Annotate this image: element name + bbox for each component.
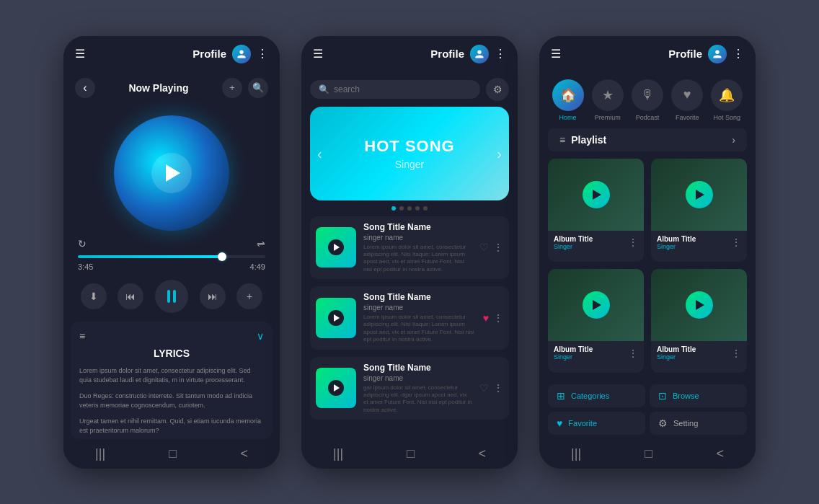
play-button-large[interactable] <box>151 153 192 193</box>
album-title-2: Album Title <box>657 235 696 243</box>
carousel-left-arrow[interactable]: ‹ <box>317 145 322 162</box>
back-button[interactable]: ‹ <box>75 78 95 98</box>
avatar-2[interactable] <box>470 45 489 63</box>
album-play-btn-3[interactable] <box>583 291 610 319</box>
lyrics-text: Lorem ipsum dolor sit amet, consectetur … <box>79 366 264 439</box>
search-input[interactable] <box>334 84 472 94</box>
song-menu-3[interactable]: ⋮ <box>493 382 503 394</box>
home-nav-label: Home <box>559 114 577 121</box>
nav-lines-3[interactable]: ||| <box>571 446 581 461</box>
lyrics-list-icon[interactable]: ≡ <box>79 330 85 342</box>
album-menu-3[interactable]: ⋮ <box>628 348 638 359</box>
settings-button[interactable]: ⚙ <box>486 78 509 101</box>
phones-container: ☰ Profile ⋮ ‹ Now Playing + 🔍 <box>63 36 756 469</box>
song-menu-1[interactable]: ⋮ <box>493 242 503 253</box>
pause-button[interactable] <box>155 280 188 313</box>
progress-bar[interactable] <box>78 255 265 258</box>
now-playing-header: ‹ Now Playing + 🔍 <box>63 72 280 104</box>
nav-hotsong-icon-item[interactable]: 🔔 Hot Song <box>711 79 743 121</box>
dot-5[interactable] <box>423 206 428 211</box>
lyrics-section: ≡ ∨ LYRICS Lorem ipsum dolor sit amet, c… <box>71 322 273 439</box>
nav-back-1[interactable]: < <box>240 446 248 461</box>
download-button[interactable]: ⬇ <box>81 283 107 309</box>
browse-button[interactable]: ⊡ Browse <box>650 384 747 407</box>
hotsong-nav-label: Hot Song <box>714 114 741 121</box>
album-play-btn-4[interactable] <box>686 291 713 319</box>
nav-home-1[interactable]: □ <box>169 446 177 461</box>
dots-icon-1[interactable]: ⋮ <box>257 47 268 61</box>
hamburger-icon-1[interactable]: ☰ <box>75 47 85 61</box>
album-menu-4[interactable]: ⋮ <box>731 348 741 359</box>
nav-home-icon-item[interactable]: 🏠 Home <box>552 79 584 121</box>
song-play-btn-1[interactable] <box>328 239 344 255</box>
lyrics-toggle: ≡ ∨ <box>79 330 264 342</box>
nav-lines-2[interactable]: ||| <box>333 446 343 461</box>
avatar-1[interactable] <box>232 45 251 63</box>
hotsong-icon-circle: 🔔 <box>711 79 743 111</box>
repeat-icon[interactable]: ↻ <box>78 238 87 249</box>
nav-premium-icon-item[interactable]: ★ Premium <box>592 79 624 121</box>
lyrics-chevron[interactable]: ∨ <box>257 330 264 342</box>
dot-2[interactable] <box>399 206 404 211</box>
carousel-right-arrow[interactable]: › <box>497 145 502 162</box>
heart-icon-2[interactable]: ♥ <box>483 312 489 324</box>
avatar-3[interactable] <box>708 45 727 63</box>
album-art-container <box>63 104 280 238</box>
setting-button[interactable]: ⚙ Setting <box>650 412 747 435</box>
hamburger-icon-2[interactable]: ☰ <box>313 47 323 61</box>
album-card-2: Album Title Singer ⋮ <box>651 159 747 262</box>
phone-search: ☰ Profile ⋮ 🔍 ⚙ ‹ HOT SONG Singer <box>301 36 518 469</box>
prev-button[interactable]: ⏮ <box>118 283 143 309</box>
album-singer-1: Singer <box>554 243 593 250</box>
nav-home-3[interactable]: □ <box>645 446 652 461</box>
favorite-button[interactable]: ♥ Favorite <box>548 412 645 435</box>
nav-podcast-icon-item[interactable]: 🎙 Podcast <box>632 79 663 121</box>
album-menu-1[interactable]: ⋮ <box>628 236 638 248</box>
next-button[interactable]: ⏭ <box>200 283 226 309</box>
dots-icon-3[interactable]: ⋮ <box>732 47 744 61</box>
download-icon: ⬇ <box>89 291 98 302</box>
dot-4[interactable] <box>415 206 420 211</box>
heart-icon-1[interactable]: ♡ <box>479 242 489 253</box>
dot-1[interactable] <box>391 206 396 211</box>
song-menu-2[interactable]: ⋮ <box>493 312 503 324</box>
song-play-btn-3[interactable] <box>328 380 344 396</box>
song-actions-2: ♥ ⋮ <box>483 312 503 324</box>
song-actions-3: ♡ ⋮ <box>479 382 503 394</box>
dots-icon-2[interactable]: ⋮ <box>495 47 506 61</box>
shuffle-icon[interactable]: ⇌ <box>257 238 265 249</box>
lyrics-p1: Lorem ipsum dolor sit amet, consectetur … <box>79 366 264 386</box>
nav-favorite-icon-item[interactable]: ♥ Favorite <box>671 79 703 121</box>
album-info-2: Album Title Singer ⋮ <box>651 231 747 255</box>
now-playing-label: Now Playing <box>128 82 188 94</box>
album-info-1: Album Title Singer ⋮ <box>548 231 644 255</box>
search-button[interactable]: 🔍 <box>248 78 268 98</box>
lyrics-p2: Duo Reges: constructio interrete. Sit ta… <box>79 392 264 411</box>
hamburger-icon-3[interactable]: ☰ <box>551 47 561 61</box>
nav-back-2[interactable]: < <box>478 446 486 461</box>
progress-fill <box>78 255 222 258</box>
banner-singer: Singer <box>364 159 454 170</box>
nav-back-3[interactable]: < <box>716 446 724 461</box>
dot-3[interactable] <box>407 206 412 211</box>
album-play-btn-1[interactable] <box>583 181 610 208</box>
song-play-btn-2[interactable] <box>328 310 344 326</box>
add-to-playlist-button[interactable]: + <box>236 283 262 309</box>
categories-button[interactable]: ⊞ Categories <box>548 384 645 407</box>
album-menu-2[interactable]: ⋮ <box>731 236 741 248</box>
search-bar[interactable]: 🔍 <box>310 80 480 99</box>
np-actions: + 🔍 <box>222 78 268 98</box>
heart-icon-3[interactable]: ♡ <box>479 382 489 394</box>
song-desc-2: Lorem ipsum dolor sit amet, consectetur … <box>363 314 476 344</box>
song-desc-1: Lorem ipsum dolor sit amet, consectetur … <box>363 244 472 274</box>
playlist-chevron[interactable]: › <box>732 134 735 146</box>
user-icon-1 <box>236 49 247 59</box>
nav-lines-1[interactable]: ||| <box>95 446 105 461</box>
phone-now-playing: ☰ Profile ⋮ ‹ Now Playing + 🔍 <box>63 36 280 469</box>
album-play-btn-2[interactable] <box>686 181 713 208</box>
add-button[interactable]: + <box>222 78 242 98</box>
song-item-1: Song Title Name singer name Lorem ipsum … <box>310 216 509 280</box>
playlist-title: Playlist <box>571 134 606 146</box>
top-bar-3: ☰ Profile ⋮ <box>539 36 756 72</box>
nav-home-2[interactable]: □ <box>407 446 415 461</box>
